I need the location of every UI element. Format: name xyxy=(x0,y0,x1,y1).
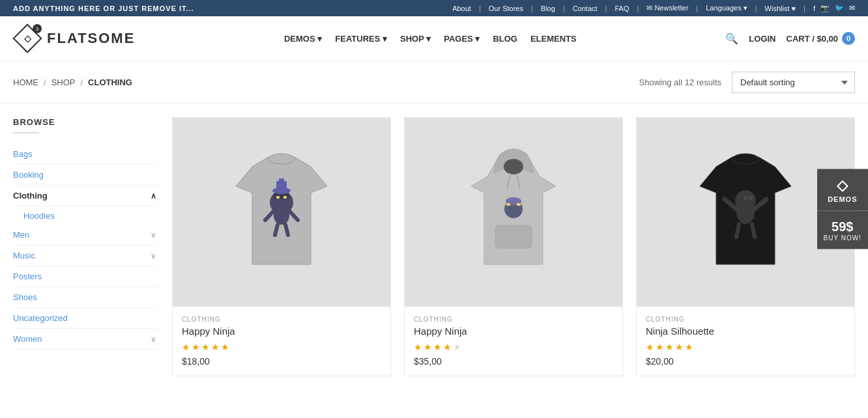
product-image-2 xyxy=(405,118,622,307)
breadcrumb-shop[interactable]: SHOP xyxy=(51,77,76,87)
svg-rect-5 xyxy=(283,196,287,199)
blog-link[interactable]: Blog xyxy=(541,5,555,12)
women-link[interactable]: Women xyxy=(13,334,42,344)
breadcrumb-current: CLOTHING xyxy=(88,77,132,87)
sidebar-item-bags[interactable]: Bags xyxy=(13,144,156,165)
product-name-1[interactable]: Happy Ninja xyxy=(182,326,381,337)
twitter-icon[interactable]: 🐦 xyxy=(835,4,844,12)
nav-shop[interactable]: SHOP ▾ xyxy=(400,34,431,44)
sidebar-item-men[interactable]: Men ∨ xyxy=(13,225,156,245)
email-icon[interactable]: ✉ xyxy=(849,4,855,12)
shoes-link[interactable]: Shoes xyxy=(13,292,37,302)
svg-line-29 xyxy=(736,224,739,237)
sidebar-item-clothing[interactable]: Clothing ∧ xyxy=(13,186,156,206)
results-count: Showing all 12 results xyxy=(639,77,721,87)
svg-point-6 xyxy=(274,206,289,225)
product-category-1: CLOTHING xyxy=(182,316,381,323)
women-chevron: ∨ xyxy=(151,335,156,344)
top-bar-announcement: ADD ANYTHING HERE OR JUST REMOVE IT... xyxy=(13,5,194,12)
demos-diamond-icon: ◇ xyxy=(824,177,861,194)
faq-link[interactable]: FAQ xyxy=(615,5,629,12)
sidebar-item-booking[interactable]: Booking xyxy=(13,165,156,186)
product-name-2[interactable]: Happy Ninja xyxy=(414,326,613,337)
nav-blog[interactable]: BLOG xyxy=(493,34,517,44)
breadcrumb: HOME / SHOP / CLOTHING xyxy=(13,77,132,87)
contact-link[interactable]: Contact xyxy=(573,5,598,12)
product-info-2: CLOTHING Happy Ninja ★ ★ ★ ★ ★ $35,00 xyxy=(405,307,622,376)
clothing-label: Clothing xyxy=(13,191,48,201)
nav-features[interactable]: FEATURES ▾ xyxy=(335,34,387,44)
demos-label: DEMOS xyxy=(824,195,861,203)
languages-link[interactable]: Languages ▾ xyxy=(706,4,747,12)
product-price-3: $20,00 xyxy=(646,356,845,367)
sidebar-item-posters[interactable]: Posters xyxy=(13,266,156,287)
bags-link[interactable]: Bags xyxy=(13,149,33,159)
posters-link[interactable]: Posters xyxy=(13,272,42,281)
instagram-icon[interactable]: 📷 xyxy=(820,4,830,12)
product-price-2: $35,00 xyxy=(414,356,613,367)
product-info-1: CLOTHING Happy Ninja ★ ★ ★ ★ ★ $18,00 xyxy=(173,307,390,376)
demos-sidebar: ◇ DEMOS 59$ BUY NOW! xyxy=(817,169,868,249)
product-category-3: CLOTHING xyxy=(646,316,845,323)
svg-point-32 xyxy=(749,196,753,200)
product-card-1[interactable]: CLOTHING Happy Ninja ★ ★ ★ ★ ★ $18,00 xyxy=(172,117,391,376)
demos-price: 59$ xyxy=(824,219,861,234)
breadcrumb-bar: HOME / SHOP / CLOTHING Showing all 12 re… xyxy=(0,61,868,104)
buy-now-label: BUY NOW! xyxy=(824,234,861,242)
svg-line-30 xyxy=(752,224,755,237)
top-bar-links: About | Our Stores | Blog | Contact | FA… xyxy=(452,4,855,12)
sidebar: BROWSE Bags Booking Clothing ∧ Hoodies M… xyxy=(13,117,156,376)
uncategorized-link[interactable]: Uncategorized xyxy=(13,313,68,323)
sort-select[interactable]: Default sorting Sort by popularity Sort … xyxy=(732,72,855,93)
login-link[interactable]: LOGIN xyxy=(749,34,775,44)
nav-demos[interactable]: DEMOS ▾ xyxy=(284,34,322,44)
svg-line-9 xyxy=(275,225,278,235)
our-stores-link[interactable]: Our Stores xyxy=(489,5,523,12)
svg-rect-22 xyxy=(517,203,521,206)
product-price-1: $18,00 xyxy=(182,356,381,367)
product-grid: CLOTHING Happy Ninja ★ ★ ★ ★ ★ $18,00 xyxy=(172,117,855,376)
nav-elements[interactable]: ELEMENTS xyxy=(530,34,577,44)
sidebar-item-uncategorized[interactable]: Uncategorized xyxy=(13,308,156,329)
cart-label: CART / $0,00 xyxy=(787,34,838,44)
search-icon[interactable]: 🔍 xyxy=(725,33,738,45)
svg-line-10 xyxy=(285,225,288,235)
booking-link[interactable]: Booking xyxy=(13,170,44,180)
clothing-chevron: ∧ xyxy=(151,191,156,201)
svg-rect-13 xyxy=(279,178,284,184)
about-link[interactable]: About xyxy=(452,5,471,12)
men-link[interactable]: Men xyxy=(13,230,29,240)
product-category-2: CLOTHING xyxy=(414,316,613,323)
newsletter-link[interactable]: ✉ Newsletter xyxy=(646,4,688,12)
men-chevron: ∨ xyxy=(151,230,156,240)
logo-text: FLATSOME xyxy=(47,30,135,47)
browse-title: BROWSE xyxy=(13,117,156,127)
sidebar-item-women[interactable]: Women ∨ xyxy=(13,329,156,350)
svg-point-26 xyxy=(736,201,755,224)
demos-button[interactable]: ◇ DEMOS xyxy=(817,169,868,211)
hoodies-link[interactable]: Hoodies xyxy=(23,211,55,221)
social-icons: f 📷 🐦 ✉ xyxy=(813,4,855,12)
svg-point-1 xyxy=(268,154,295,164)
breadcrumb-home[interactable]: HOME xyxy=(13,77,38,87)
sidebar-item-shoes[interactable]: Shoes xyxy=(13,287,156,308)
wishlist-link[interactable]: Wishlist ♥ xyxy=(765,5,796,12)
svg-point-15 xyxy=(504,159,523,174)
cart-area[interactable]: CART / $0,00 0 xyxy=(787,32,855,45)
product-image-1 xyxy=(173,118,390,307)
buy-now-button[interactable]: 59$ BUY NOW! xyxy=(817,211,868,249)
product-name-3[interactable]: Ninja Silhouette xyxy=(646,326,845,337)
facebook-icon[interactable]: f xyxy=(813,5,815,12)
product-stars-1: ★ ★ ★ ★ ★ xyxy=(182,342,381,352)
svg-rect-4 xyxy=(276,196,280,199)
nav-pages[interactable]: PAGES ▾ xyxy=(444,34,480,44)
svg-point-31 xyxy=(744,196,747,200)
music-link[interactable]: Music xyxy=(13,251,35,260)
main-nav: ◇ 3 FLATSOME DEMOS ▾ FEATURES ▾ SHOP ▾ P… xyxy=(0,16,868,61)
main-content: BROWSE Bags Booking Clothing ∧ Hoodies M… xyxy=(0,104,868,389)
product-info-3: CLOTHING Ninja Silhouette ★ ★ ★ ★ ★ $20,… xyxy=(637,307,854,376)
sidebar-item-music[interactable]: Music ∨ xyxy=(13,245,156,266)
product-card-2[interactable]: CLOTHING Happy Ninja ★ ★ ★ ★ ★ $35,00 xyxy=(404,117,623,376)
sort-area: Showing all 12 results Default sorting S… xyxy=(639,72,855,93)
logo[interactable]: ◇ 3 FLATSOME xyxy=(13,24,135,53)
